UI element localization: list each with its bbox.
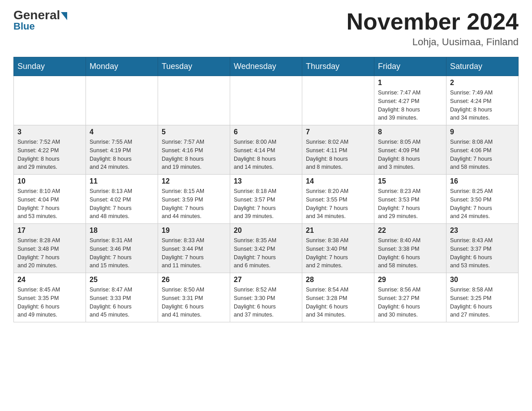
calendar-cell — [158, 76, 230, 125]
calendar-cell — [86, 76, 158, 125]
day-number: 9 — [450, 128, 515, 136]
calendar-cell: 21Sunrise: 8:38 AM Sunset: 3:40 PM Dayli… — [302, 224, 374, 273]
calendar-cell: 14Sunrise: 8:20 AM Sunset: 3:55 PM Dayli… — [302, 175, 374, 224]
day-info: Sunrise: 8:23 AM Sunset: 3:53 PM Dayligh… — [378, 187, 442, 221]
calendar-cell: 18Sunrise: 8:31 AM Sunset: 3:46 PM Dayli… — [86, 224, 158, 273]
calendar-cell: 30Sunrise: 8:58 AM Sunset: 3:25 PM Dayli… — [446, 273, 519, 322]
day-info: Sunrise: 8:00 AM Sunset: 4:14 PM Dayligh… — [234, 138, 298, 171]
day-info: Sunrise: 8:47 AM Sunset: 3:33 PM Dayligh… — [90, 286, 154, 319]
calendar-cell: 8Sunrise: 8:05 AM Sunset: 4:09 PM Daylig… — [374, 125, 446, 175]
day-number: 23 — [450, 227, 515, 235]
day-info: Sunrise: 8:35 AM Sunset: 3:42 PM Dayligh… — [234, 236, 298, 270]
day-info: Sunrise: 7:49 AM Sunset: 4:24 PM Dayligh… — [450, 89, 515, 122]
day-number: 12 — [162, 177, 226, 185]
day-info: Sunrise: 8:45 AM Sunset: 3:35 PM Dayligh… — [17, 286, 82, 319]
day-number: 26 — [162, 276, 226, 284]
calendar-cell: 27Sunrise: 8:52 AM Sunset: 3:30 PM Dayli… — [230, 273, 302, 322]
day-number: 20 — [234, 227, 298, 235]
day-info: Sunrise: 8:20 AM Sunset: 3:55 PM Dayligh… — [306, 187, 370, 221]
calendar-cell: 17Sunrise: 8:28 AM Sunset: 3:48 PM Dayli… — [14, 224, 86, 273]
day-number: 3 — [17, 128, 82, 136]
calendar-cell: 29Sunrise: 8:56 AM Sunset: 3:27 PM Dayli… — [374, 273, 446, 322]
logo: General Blue — [13, 9, 67, 32]
day-number: 18 — [90, 227, 154, 235]
calendar-week-row: 3Sunrise: 7:52 AM Sunset: 4:22 PM Daylig… — [14, 125, 519, 175]
calendar-cell: 28Sunrise: 8:54 AM Sunset: 3:28 PM Dayli… — [302, 273, 374, 322]
day-number: 11 — [90, 177, 154, 185]
day-info: Sunrise: 8:10 AM Sunset: 4:04 PM Dayligh… — [17, 187, 82, 221]
day-info: Sunrise: 8:50 AM Sunset: 3:31 PM Dayligh… — [162, 286, 226, 319]
day-info: Sunrise: 8:58 AM Sunset: 3:25 PM Dayligh… — [450, 286, 515, 319]
day-number: 8 — [378, 128, 442, 136]
title-area: November 2024 Lohja, Uusimaa, Finland — [347, 9, 519, 48]
logo-top: General — [13, 9, 67, 21]
calendar-cell: 26Sunrise: 8:50 AM Sunset: 3:31 PM Dayli… — [158, 273, 230, 322]
day-info: Sunrise: 8:18 AM Sunset: 3:57 PM Dayligh… — [234, 187, 298, 221]
weekday-header-monday: Monday — [86, 57, 158, 76]
day-number: 19 — [162, 227, 226, 235]
day-number: 10 — [17, 177, 82, 185]
day-number: 1 — [378, 79, 442, 87]
day-info: Sunrise: 8:13 AM Sunset: 4:02 PM Dayligh… — [90, 187, 154, 221]
calendar-cell: 5Sunrise: 7:57 AM Sunset: 4:16 PM Daylig… — [158, 125, 230, 175]
calendar-cell: 4Sunrise: 7:55 AM Sunset: 4:19 PM Daylig… — [86, 125, 158, 175]
day-info: Sunrise: 8:02 AM Sunset: 4:11 PM Dayligh… — [306, 138, 370, 171]
calendar-cell: 13Sunrise: 8:18 AM Sunset: 3:57 PM Dayli… — [230, 175, 302, 224]
day-number: 30 — [450, 276, 515, 284]
calendar-cell: 23Sunrise: 8:43 AM Sunset: 3:37 PM Dayli… — [446, 224, 519, 273]
day-info: Sunrise: 8:33 AM Sunset: 3:44 PM Dayligh… — [162, 236, 226, 270]
calendar-table: SundayMondayTuesdayWednesdayThursdayFrid… — [13, 57, 519, 322]
day-number: 6 — [234, 128, 298, 136]
location-subtitle: Lohja, Uusimaa, Finland — [347, 36, 519, 48]
calendar-cell: 6Sunrise: 8:00 AM Sunset: 4:14 PM Daylig… — [230, 125, 302, 175]
day-info: Sunrise: 8:28 AM Sunset: 3:48 PM Dayligh… — [17, 236, 82, 270]
day-info: Sunrise: 7:55 AM Sunset: 4:19 PM Dayligh… — [90, 138, 154, 171]
day-info: Sunrise: 7:57 AM Sunset: 4:16 PM Dayligh… — [162, 138, 226, 171]
weekday-header-friday: Friday — [374, 57, 446, 76]
weekday-header-thursday: Thursday — [302, 57, 374, 76]
day-info: Sunrise: 8:54 AM Sunset: 3:28 PM Dayligh… — [306, 286, 370, 319]
day-number: 7 — [306, 128, 370, 136]
weekday-header-sunday: Sunday — [14, 57, 86, 76]
calendar-cell: 1Sunrise: 7:47 AM Sunset: 4:27 PM Daylig… — [374, 76, 446, 125]
day-info: Sunrise: 7:47 AM Sunset: 4:27 PM Dayligh… — [378, 89, 442, 122]
day-number: 22 — [378, 227, 442, 235]
day-info: Sunrise: 8:40 AM Sunset: 3:38 PM Dayligh… — [378, 236, 442, 270]
day-number: 13 — [234, 177, 298, 185]
calendar-cell: 20Sunrise: 8:35 AM Sunset: 3:42 PM Dayli… — [230, 224, 302, 273]
weekday-header-saturday: Saturday — [446, 57, 519, 76]
calendar-cell: 2Sunrise: 7:49 AM Sunset: 4:24 PM Daylig… — [446, 76, 519, 125]
weekday-header-wednesday: Wednesday — [230, 57, 302, 76]
day-info: Sunrise: 8:56 AM Sunset: 3:27 PM Dayligh… — [378, 286, 442, 319]
day-info: Sunrise: 8:15 AM Sunset: 3:59 PM Dayligh… — [162, 187, 226, 221]
logo-arrow-icon — [61, 12, 67, 20]
calendar-cell — [14, 76, 86, 125]
calendar-week-row: 10Sunrise: 8:10 AM Sunset: 4:04 PM Dayli… — [14, 175, 519, 224]
month-year-title: November 2024 — [347, 9, 519, 34]
day-number: 16 — [450, 177, 515, 185]
day-number: 4 — [90, 128, 154, 136]
day-number: 21 — [306, 227, 370, 235]
day-info: Sunrise: 7:52 AM Sunset: 4:22 PM Dayligh… — [17, 138, 82, 171]
day-number: 29 — [378, 276, 442, 284]
day-number: 5 — [162, 128, 226, 136]
day-number: 14 — [306, 177, 370, 185]
logo-blue-text: Blue — [13, 21, 35, 32]
calendar-week-row: 1Sunrise: 7:47 AM Sunset: 4:27 PM Daylig… — [14, 76, 519, 125]
day-number: 15 — [378, 177, 442, 185]
day-info: Sunrise: 8:31 AM Sunset: 3:46 PM Dayligh… — [90, 236, 154, 270]
calendar-cell: 22Sunrise: 8:40 AM Sunset: 3:38 PM Dayli… — [374, 224, 446, 273]
weekday-header-tuesday: Tuesday — [158, 57, 230, 76]
logo-general-text: General — [13, 8, 60, 22]
day-number: 2 — [450, 79, 515, 87]
day-info: Sunrise: 8:43 AM Sunset: 3:37 PM Dayligh… — [450, 236, 515, 270]
day-number: 24 — [17, 276, 82, 284]
day-info: Sunrise: 8:52 AM Sunset: 3:30 PM Dayligh… — [234, 286, 298, 319]
calendar-cell: 16Sunrise: 8:25 AM Sunset: 3:50 PM Dayli… — [446, 175, 519, 224]
calendar-cell: 3Sunrise: 7:52 AM Sunset: 4:22 PM Daylig… — [14, 125, 86, 175]
calendar-cell: 24Sunrise: 8:45 AM Sunset: 3:35 PM Dayli… — [14, 273, 86, 322]
calendar-week-row: 17Sunrise: 8:28 AM Sunset: 3:48 PM Dayli… — [14, 224, 519, 273]
day-info: Sunrise: 8:08 AM Sunset: 4:06 PM Dayligh… — [450, 138, 515, 171]
day-info: Sunrise: 8:25 AM Sunset: 3:50 PM Dayligh… — [450, 187, 515, 221]
calendar-cell: 25Sunrise: 8:47 AM Sunset: 3:33 PM Dayli… — [86, 273, 158, 322]
